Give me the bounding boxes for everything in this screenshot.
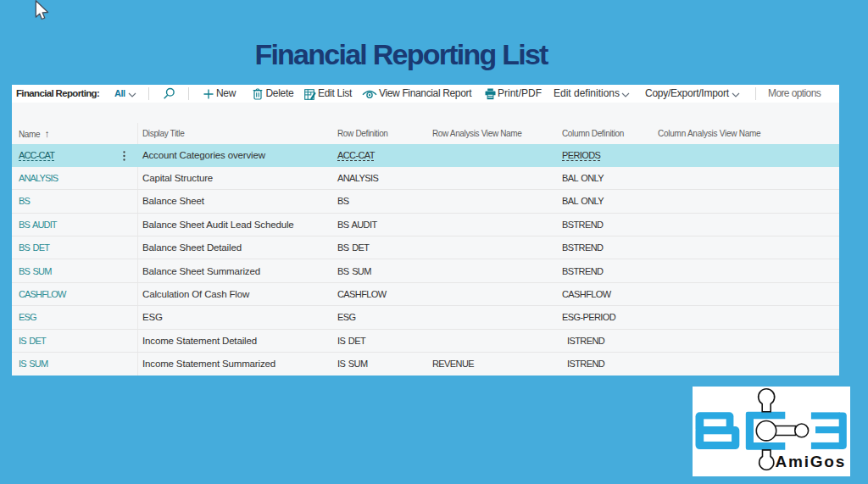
svg-text:AmiGos: AmiGos xyxy=(776,453,847,470)
